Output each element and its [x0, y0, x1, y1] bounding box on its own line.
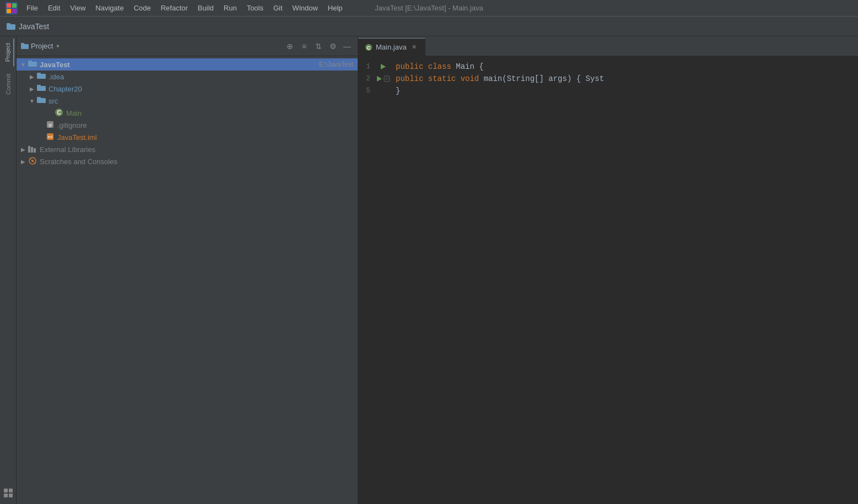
file-tree: ▼ JavaTest E:\JavaTest ▶	[17, 56, 358, 504]
activity-bar: Project Commit	[0, 36, 17, 504]
svg-rect-3	[7, 9, 11, 13]
run-arrow-2[interactable]	[376, 75, 382, 82]
project-name: JavaTest	[19, 22, 49, 31]
activity-plugins[interactable]	[3, 488, 13, 500]
toolbar-collapse-btn[interactable]: ≡	[298, 40, 310, 52]
svg-rect-2	[12, 3, 17, 8]
tree-icon-idea	[36, 72, 46, 82]
tree-label-ext-libs: External Libraries	[40, 145, 353, 154]
tree-item-main[interactable]: C Main	[17, 107, 358, 119]
tree-icon-ext-libs	[28, 145, 37, 154]
svg-rect-16	[37, 73, 41, 75]
panel-header: Project ▼ ⊕ ≡ ⇅ ⚙ —	[17, 36, 358, 56]
menu-view[interactable]: View	[66, 3, 90, 13]
main-layout: Project Commit Project ▼ ⊕	[0, 36, 858, 504]
menu-tools[interactable]: Tools	[242, 3, 268, 13]
editor-content[interactable]: 1 public class Main { 2	[358, 56, 858, 504]
folder-small-icon	[21, 42, 29, 50]
menu-navigate[interactable]: Navigate	[91, 3, 128, 13]
panel-toolbar: ⊕ ≡ ⇅ ⚙ —	[284, 40, 353, 52]
window-title: JavaTest [E:\JavaTest] - Main.java	[375, 4, 483, 12]
tree-arrow-ext-libs: ▶	[19, 147, 28, 153]
menu-help[interactable]: Help	[323, 3, 347, 13]
code-content-5: }	[391, 85, 400, 97]
menu-build[interactable]: Build	[193, 3, 218, 13]
java-file-icon: C	[365, 44, 373, 51]
tree-label-scratches: Scratches and Consoles	[40, 158, 353, 166]
tree-path-javatest: E:\JavaTest	[319, 61, 353, 68]
svg-rect-6	[7, 23, 10, 25]
tab-close-main-java[interactable]: ✕	[410, 43, 418, 51]
tree-item-gitignore[interactable]: gi .gitignore	[17, 119, 358, 131]
toolbar-sort-btn[interactable]: ⇅	[312, 40, 325, 52]
svg-rect-29	[34, 148, 36, 153]
tree-icon-main: C	[54, 108, 64, 118]
tree-item-javatest-root[interactable]: ▼ JavaTest E:\JavaTest	[17, 58, 358, 71]
menu-edit[interactable]: Edit	[44, 3, 64, 13]
tree-item-scratches[interactable]: ▶ Scratches and Consoles	[17, 155, 358, 167]
tree-item-javatest-iml[interactable]: iml JavaTest.iml	[17, 131, 358, 143]
svg-rect-28	[31, 147, 33, 153]
code-line-2: 2 public static void main(String[] args)…	[358, 73, 858, 85]
svg-marker-35	[381, 64, 386, 69]
svg-rect-8	[9, 489, 13, 492]
tree-label-javatest-iml: JavaTest.iml	[57, 133, 353, 142]
tree-arrow-src: ▼	[28, 98, 36, 104]
tree-icon-src	[36, 96, 46, 106]
svg-rect-18	[37, 85, 41, 87]
svg-rect-1	[7, 3, 11, 8]
menu-window[interactable]: Window	[288, 3, 322, 13]
line-number-2: 2	[358, 73, 375, 85]
app-logo	[6, 2, 18, 14]
menu-code[interactable]: Code	[129, 3, 155, 13]
menu-git[interactable]: Git	[269, 3, 287, 13]
menu-file[interactable]: File	[22, 3, 42, 13]
activity-project[interactable]: Project	[2, 39, 14, 66]
toolbar-minimize-btn[interactable]: —	[341, 40, 353, 52]
line-number-5: 5	[358, 85, 375, 97]
svg-text:C: C	[57, 110, 61, 116]
svg-text:gi: gi	[48, 122, 52, 127]
tree-item-chapter20[interactable]: ▶ Chapter20	[17, 83, 358, 95]
plugins-icon	[3, 488, 13, 498]
svg-text:iml: iml	[48, 135, 53, 139]
toolbar-locate-btn[interactable]: ⊕	[284, 40, 296, 52]
code-content-2: public static void main(String[] args) {…	[391, 73, 604, 85]
tree-label-javatest: JavaTest	[40, 61, 316, 69]
fold-btn-2[interactable]	[384, 75, 390, 82]
tree-arrow-scratches: ▶	[19, 159, 28, 165]
svg-rect-10	[9, 494, 13, 497]
tree-icon-javatest-iml: iml	[45, 133, 55, 142]
tree-label-gitignore: .gitignore	[57, 121, 353, 129]
tree-label-chapter20: Chapter20	[48, 85, 353, 93]
code-content-1: public class Main {	[391, 61, 484, 73]
menu-refactor[interactable]: Refactor	[157, 3, 192, 13]
project-bar: JavaTest	[0, 17, 858, 36]
svg-marker-36	[377, 76, 382, 82]
svg-rect-12	[21, 43, 24, 45]
side-panel: Project ▼ ⊕ ≡ ⇅ ⚙ — ▼	[17, 36, 358, 504]
tree-label-src: src	[48, 97, 353, 105]
editor-tabs: C Main.java ✕	[358, 36, 858, 56]
tree-arrow-root: ▼	[19, 62, 28, 68]
toolbar-settings-btn[interactable]: ⚙	[327, 40, 339, 52]
line-gutter-2[interactable]	[375, 75, 391, 82]
tree-icon-root	[28, 60, 37, 69]
menu-run[interactable]: Run	[219, 3, 241, 13]
folder-icon	[7, 22, 15, 31]
tree-icon-chapter20	[36, 84, 46, 94]
svg-rect-27	[28, 146, 30, 153]
tree-item-src[interactable]: ▼ src	[17, 95, 358, 107]
svg-rect-20	[37, 97, 41, 99]
code-line-5: 5 }	[358, 85, 858, 97]
tab-main-java[interactable]: C Main.java ✕	[358, 38, 425, 56]
tree-item-ext-libs[interactable]: ▶ External Libraries	[17, 143, 358, 155]
panel-title-button[interactable]: Project ▼	[21, 42, 60, 50]
tree-arrow-chapter20: ▶	[28, 86, 36, 92]
editor-area: C Main.java ✕ 1 public class M	[358, 36, 858, 504]
tree-arrow-idea: ▶	[28, 74, 36, 80]
activity-commit[interactable]: Commit	[3, 69, 14, 99]
line-gutter-1[interactable]	[375, 63, 391, 70]
tree-item-idea[interactable]: ▶ .idea	[17, 71, 358, 83]
run-arrow-1[interactable]	[380, 63, 386, 70]
